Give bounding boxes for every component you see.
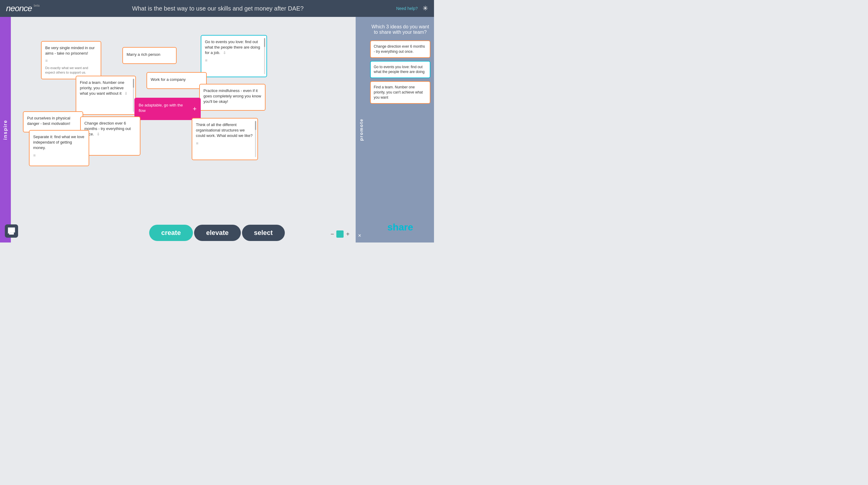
scrollbar-thumb <box>133 79 134 88</box>
card-text: Go to events you love: find out what the… <box>205 39 263 56</box>
scrollbar-thumb <box>255 121 256 130</box>
elevate-button[interactable]: elevate <box>194 225 241 241</box>
chat-button[interactable] <box>5 224 18 238</box>
select-button[interactable]: select <box>242 225 285 241</box>
promote-card-text: Change direction ever 6 months - try eve… <box>374 44 425 54</box>
vote-icon: ⇩ <box>97 132 100 137</box>
main-area: inspire Be very single minded in our aim… <box>0 17 434 242</box>
promote-card-text: Go to events you love: find out what the… <box>374 65 425 74</box>
card-sub: Do exactly what we want and expect other… <box>45 66 97 75</box>
card-text: Marry a rich person <box>127 52 173 57</box>
add-button[interactable]: + <box>189 98 200 119</box>
promote-card-3[interactable]: Find a team. Number one priority, you ca… <box>370 81 430 104</box>
promote-label: promote <box>359 118 364 141</box>
logo-text: neonce <box>6 4 32 13</box>
bottom-bar: create elevate select <box>0 223 434 242</box>
card-mindfulness[interactable]: Practice mindfulness - even if it goes c… <box>199 84 266 111</box>
header: neonce beta What is the best way to use … <box>0 0 434 17</box>
card-text: Think of all the different organisationa… <box>196 122 254 139</box>
card-text: Practice mindfulness - even if it goes c… <box>204 88 261 105</box>
card-org-structures[interactable]: Think of all the different organisationa… <box>192 118 258 160</box>
card-marry-rich[interactable]: Marry a rich person <box>122 47 177 64</box>
card-text: Find a team. Number one priority, you ca… <box>80 80 132 96</box>
zoom-controls: − + <box>331 230 350 238</box>
card-change-direction[interactable]: Change direction ever 6 months - try eve… <box>80 116 141 155</box>
menu-icon: ≡ <box>84 139 136 145</box>
card-text: Be very single minded in our aims - take… <box>45 45 97 56</box>
card-danger[interactable]: Put ourselves in physical danger - best … <box>23 111 83 133</box>
card-text: Change direction ever 6 months - try eve… <box>84 121 136 137</box>
svg-rect-0 <box>9 232 14 235</box>
beta-badge: beta <box>34 4 39 7</box>
card-single-minded[interactable]: Be very single minded in our aims - take… <box>41 41 101 79</box>
card-find-team[interactable]: Find a team. Number one priority, you ca… <box>76 76 136 115</box>
card-text: Separate it: find what we love independa… <box>33 134 85 151</box>
logo: neonce beta <box>6 4 39 13</box>
scrollbar[interactable] <box>255 121 256 157</box>
zoom-out-button[interactable]: − <box>331 231 334 238</box>
promote-tab[interactable]: promote <box>355 17 367 242</box>
create-button[interactable]: create <box>149 225 193 241</box>
menu-icon: ≡ <box>196 141 254 147</box>
menu-icon: ≡ <box>205 58 263 64</box>
card-work-company[interactable]: Work for a company <box>147 72 207 89</box>
inspire-tab[interactable]: inspire <box>0 17 11 242</box>
chat-icon <box>7 227 16 235</box>
promote-panel: promote Which 3 ideas do you want to sha… <box>355 17 434 242</box>
vote-icon: ⇩ <box>124 91 127 96</box>
card-text: Work for a company <box>151 77 203 82</box>
vote-icon: ⇩ <box>223 50 226 56</box>
scrollbar-thumb <box>264 38 265 47</box>
gear-icon[interactable]: ✳ <box>423 4 428 12</box>
menu-icon: ≡ <box>45 58 97 64</box>
scrollbar[interactable] <box>133 79 134 112</box>
help-link[interactable]: Need help? <box>396 6 418 11</box>
card-text: Put ourselves in physical danger - best … <box>27 116 79 126</box>
zoom-in-button[interactable]: + <box>346 231 350 238</box>
header-title: What is the best way to use our skills a… <box>39 5 396 12</box>
promote-card-text: Find a team. Number one priority, you ca… <box>374 85 423 99</box>
promote-question: Which 3 ideas do you want to share with … <box>370 22 430 37</box>
canvas: Be very single minded in our aims - take… <box>11 17 355 242</box>
promote-content: Which 3 ideas do you want to share with … <box>367 17 434 242</box>
promote-card-2[interactable]: Go to events you love: find out what the… <box>370 61 430 79</box>
promote-card-1[interactable]: Change direction ever 6 months - try eve… <box>370 40 430 58</box>
scrollbar[interactable] <box>264 38 265 74</box>
card-text: Be adaptable, go with the flow <box>138 103 186 113</box>
inspire-label: inspire <box>3 120 8 140</box>
menu-icon: ≡ <box>33 153 85 159</box>
card-adaptable[interactable]: Be adaptable, go with the flow + <box>134 98 201 120</box>
zoom-indicator <box>336 230 344 238</box>
card-events[interactable]: Go to events you love: find out what the… <box>201 35 267 77</box>
card-separate[interactable]: Separate it: find what we love independa… <box>29 130 89 166</box>
